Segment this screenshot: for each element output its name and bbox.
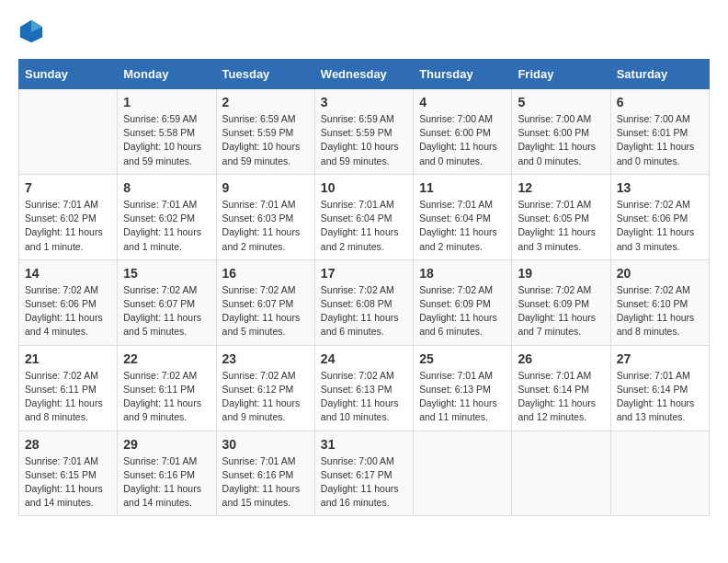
calendar-cell: 31Sunrise: 7:00 AM Sunset: 6:17 PM Dayli… xyxy=(314,431,413,516)
day-info: Sunrise: 6:59 AM Sunset: 5:58 PM Dayligh… xyxy=(123,112,210,168)
day-info: Sunrise: 7:02 AM Sunset: 6:12 PM Dayligh… xyxy=(222,369,309,425)
calendar-cell: 22Sunrise: 7:02 AM Sunset: 6:11 PM Dayli… xyxy=(118,345,216,431)
calendar-cell: 14Sunrise: 7:02 AM Sunset: 6:06 PM Dayli… xyxy=(19,259,118,345)
day-number: 21 xyxy=(25,351,111,366)
day-number: 15 xyxy=(123,266,210,281)
day-info: Sunrise: 7:02 AM Sunset: 6:08 PM Dayligh… xyxy=(321,283,407,339)
day-info: Sunrise: 7:01 AM Sunset: 6:04 PM Dayligh… xyxy=(321,198,407,254)
calendar-cell: 9Sunrise: 7:01 AM Sunset: 6:03 PM Daylig… xyxy=(216,174,314,259)
calendar-cell: 21Sunrise: 7:02 AM Sunset: 6:11 PM Dayli… xyxy=(19,345,118,431)
day-number: 29 xyxy=(123,437,210,452)
day-info: Sunrise: 7:02 AM Sunset: 6:07 PM Dayligh… xyxy=(222,283,309,339)
calendar-cell: 23Sunrise: 7:02 AM Sunset: 6:12 PM Dayli… xyxy=(216,345,314,431)
calendar-cell: 6Sunrise: 7:00 AM Sunset: 6:01 PM Daylig… xyxy=(610,89,709,175)
day-info: Sunrise: 7:00 AM Sunset: 6:17 PM Dayligh… xyxy=(321,454,407,511)
day-info: Sunrise: 7:01 AM Sunset: 6:02 PM Dayligh… xyxy=(25,198,111,254)
day-number: 7 xyxy=(25,180,111,195)
day-info: Sunrise: 7:02 AM Sunset: 6:06 PM Dayligh… xyxy=(25,283,111,339)
day-info: Sunrise: 7:02 AM Sunset: 6:11 PM Dayligh… xyxy=(123,369,210,425)
day-info: Sunrise: 7:02 AM Sunset: 6:13 PM Dayligh… xyxy=(321,369,407,425)
day-number: 27 xyxy=(617,351,703,366)
day-number: 25 xyxy=(419,351,506,366)
calendar-cell: 17Sunrise: 7:02 AM Sunset: 6:08 PM Dayli… xyxy=(314,259,413,345)
day-info: Sunrise: 7:02 AM Sunset: 6:06 PM Dayligh… xyxy=(617,198,703,254)
day-number: 2 xyxy=(222,95,309,109)
day-info: Sunrise: 7:00 AM Sunset: 6:00 PM Dayligh… xyxy=(419,112,506,168)
day-info: Sunrise: 7:00 AM Sunset: 6:01 PM Dayligh… xyxy=(617,112,703,168)
day-number: 9 xyxy=(222,180,309,195)
calendar-cell xyxy=(512,431,610,516)
day-number: 18 xyxy=(419,266,506,281)
day-info: Sunrise: 7:01 AM Sunset: 6:16 PM Dayligh… xyxy=(123,454,210,511)
day-number: 30 xyxy=(222,437,309,452)
calendar-table: SundayMondayTuesdayWednesdayThursdayFrid… xyxy=(18,59,710,516)
day-number: 10 xyxy=(321,180,407,195)
calendar-week-row: 1Sunrise: 6:59 AM Sunset: 5:58 PM Daylig… xyxy=(19,89,710,175)
calendar-cell: 29Sunrise: 7:01 AM Sunset: 6:16 PM Dayli… xyxy=(118,431,216,516)
day-number: 8 xyxy=(123,180,210,195)
day-number: 3 xyxy=(321,95,407,109)
day-number: 14 xyxy=(25,266,111,281)
day-info: Sunrise: 7:02 AM Sunset: 6:09 PM Dayligh… xyxy=(518,283,604,339)
day-number: 16 xyxy=(222,266,309,281)
calendar-cell: 15Sunrise: 7:02 AM Sunset: 6:07 PM Dayli… xyxy=(118,259,216,345)
calendar-cell: 27Sunrise: 7:01 AM Sunset: 6:14 PM Dayli… xyxy=(610,345,709,431)
weekday-header-monday: Monday xyxy=(118,60,216,89)
day-number: 5 xyxy=(518,95,604,109)
day-info: Sunrise: 7:00 AM Sunset: 6:00 PM Dayligh… xyxy=(518,112,604,168)
calendar-cell xyxy=(414,431,512,516)
calendar-cell: 18Sunrise: 7:02 AM Sunset: 6:09 PM Dayli… xyxy=(414,259,512,345)
calendar-cell: 10Sunrise: 7:01 AM Sunset: 6:04 PM Dayli… xyxy=(314,174,413,259)
day-number: 13 xyxy=(617,180,703,195)
day-info: Sunrise: 7:02 AM Sunset: 6:10 PM Dayligh… xyxy=(617,283,703,339)
calendar-cell: 3Sunrise: 6:59 AM Sunset: 5:59 PM Daylig… xyxy=(314,89,413,175)
calendar-cell: 26Sunrise: 7:01 AM Sunset: 6:14 PM Dayli… xyxy=(512,345,610,431)
day-info: Sunrise: 7:01 AM Sunset: 6:02 PM Dayligh… xyxy=(123,198,210,254)
calendar-cell: 25Sunrise: 7:01 AM Sunset: 6:13 PM Dayli… xyxy=(414,345,512,431)
calendar-cell: 4Sunrise: 7:00 AM Sunset: 6:00 PM Daylig… xyxy=(414,89,512,175)
page-header xyxy=(18,18,710,44)
day-number: 31 xyxy=(321,437,407,452)
calendar-cell: 13Sunrise: 7:02 AM Sunset: 6:06 PM Dayli… xyxy=(610,174,709,259)
day-info: Sunrise: 7:01 AM Sunset: 6:14 PM Dayligh… xyxy=(518,369,604,425)
calendar-cell: 12Sunrise: 7:01 AM Sunset: 6:05 PM Dayli… xyxy=(512,174,610,259)
day-info: Sunrise: 6:59 AM Sunset: 5:59 PM Dayligh… xyxy=(321,112,407,168)
day-number: 23 xyxy=(222,351,309,366)
calendar-cell: 28Sunrise: 7:01 AM Sunset: 6:15 PM Dayli… xyxy=(19,431,118,516)
day-number: 17 xyxy=(321,266,407,281)
weekday-header-friday: Friday xyxy=(512,60,610,89)
calendar-week-row: 28Sunrise: 7:01 AM Sunset: 6:15 PM Dayli… xyxy=(19,431,710,516)
day-info: Sunrise: 7:01 AM Sunset: 6:15 PM Dayligh… xyxy=(25,454,111,511)
day-number: 6 xyxy=(617,95,703,109)
day-number: 19 xyxy=(518,266,604,281)
day-number: 26 xyxy=(518,351,604,366)
day-number: 4 xyxy=(419,95,506,109)
day-number: 12 xyxy=(518,180,604,195)
day-info: Sunrise: 7:02 AM Sunset: 6:09 PM Dayligh… xyxy=(419,283,506,339)
calendar-week-row: 14Sunrise: 7:02 AM Sunset: 6:06 PM Dayli… xyxy=(19,259,710,345)
calendar-week-row: 7Sunrise: 7:01 AM Sunset: 6:02 PM Daylig… xyxy=(19,174,710,259)
calendar-cell xyxy=(19,89,118,175)
calendar-cell xyxy=(610,431,709,516)
day-info: Sunrise: 7:01 AM Sunset: 6:04 PM Dayligh… xyxy=(419,198,506,254)
day-info: Sunrise: 7:01 AM Sunset: 6:03 PM Dayligh… xyxy=(222,198,309,254)
calendar-cell: 1Sunrise: 6:59 AM Sunset: 5:58 PM Daylig… xyxy=(118,89,216,175)
day-number: 20 xyxy=(617,266,703,281)
day-number: 1 xyxy=(123,95,210,109)
logo xyxy=(18,18,48,44)
weekday-header-saturday: Saturday xyxy=(610,60,709,89)
calendar-cell: 16Sunrise: 7:02 AM Sunset: 6:07 PM Dayli… xyxy=(216,259,314,345)
calendar-cell: 24Sunrise: 7:02 AM Sunset: 6:13 PM Dayli… xyxy=(314,345,413,431)
weekday-header-tuesday: Tuesday xyxy=(216,60,314,89)
calendar-cell: 8Sunrise: 7:01 AM Sunset: 6:02 PM Daylig… xyxy=(118,174,216,259)
calendar-cell: 2Sunrise: 6:59 AM Sunset: 5:59 PM Daylig… xyxy=(216,89,314,175)
weekday-header-row: SundayMondayTuesdayWednesdayThursdayFrid… xyxy=(19,60,710,89)
weekday-header-wednesday: Wednesday xyxy=(314,60,413,89)
calendar-cell: 30Sunrise: 7:01 AM Sunset: 6:16 PM Dayli… xyxy=(216,431,314,516)
logo-icon xyxy=(18,18,44,44)
day-info: Sunrise: 7:01 AM Sunset: 6:14 PM Dayligh… xyxy=(617,369,703,425)
day-number: 22 xyxy=(123,351,210,366)
weekday-header-sunday: Sunday xyxy=(19,60,118,89)
calendar-week-row: 21Sunrise: 7:02 AM Sunset: 6:11 PM Dayli… xyxy=(19,345,710,431)
day-number: 28 xyxy=(25,437,111,452)
